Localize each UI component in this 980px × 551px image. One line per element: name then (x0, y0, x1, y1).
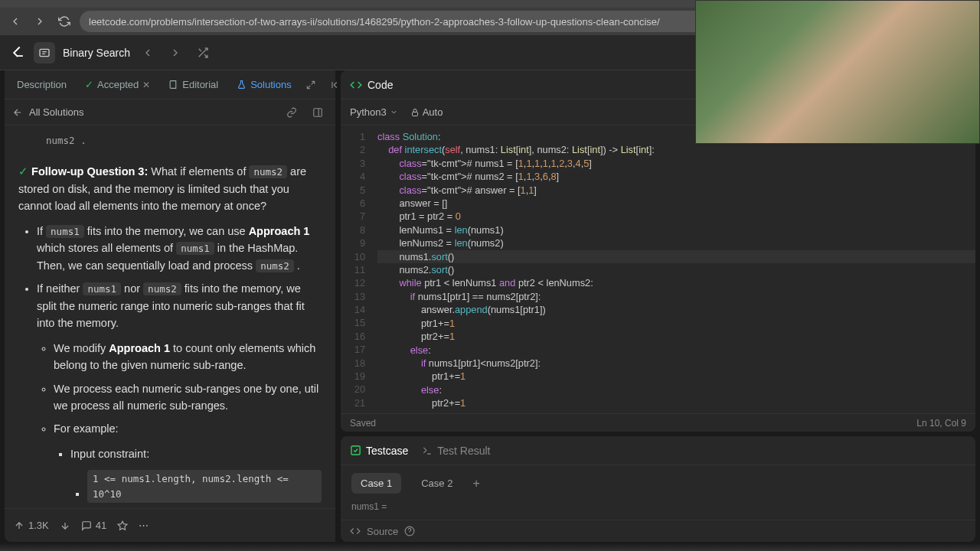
comment-icon (81, 520, 92, 531)
test-result-tab[interactable]: Test Result (422, 445, 490, 457)
prev-problem-icon[interactable] (138, 43, 158, 63)
flask-icon (237, 80, 247, 90)
next-problem-icon[interactable] (165, 43, 185, 63)
terminal-icon (422, 445, 433, 456)
left-tabs: Description ✓ Accepted ✕ Editorial Solut… (5, 70, 335, 99)
code-editor[interactable]: 123456789101112131415161718192021 class … (341, 126, 975, 413)
bullet-1: If nums1 fits into the memory, we can us… (37, 223, 322, 274)
line-gutter: 123456789101112131415161718192021 (341, 126, 373, 413)
more-button[interactable]: ⋯ (139, 520, 149, 531)
tab-solutions[interactable]: Solutions (230, 76, 297, 93)
expand-icon[interactable] (301, 75, 321, 95)
source-icon (350, 526, 361, 536)
downvote-button[interactable] (60, 520, 70, 531)
url-text: leetcode.com/problems/intersection-of-tw… (89, 16, 660, 28)
tab-accepted[interactable]: ✓ Accepted ✕ (79, 76, 156, 93)
layout-icon[interactable] (308, 103, 328, 122)
down-arrow-icon (60, 520, 70, 531)
book-icon (168, 80, 178, 90)
webcam-overlay (695, 0, 980, 144)
check-icon: ✓ (18, 165, 28, 178)
cursor-position: Ln 10, Col 9 (916, 418, 966, 429)
problem-set-name[interactable]: Binary Search (63, 47, 130, 59)
language-select[interactable]: Python3 (350, 106, 398, 118)
forward-nav-icon[interactable] (31, 12, 49, 31)
bullet-2: If neither nums1 nor nums2 fits into the… (37, 280, 322, 508)
up-arrow-icon (14, 520, 24, 531)
leetcode-logo-icon[interactable] (11, 45, 26, 60)
check-icon: ✓ (85, 79, 93, 90)
svg-rect-0 (40, 49, 49, 56)
chevron-down-icon (390, 108, 398, 116)
code-title: Code (368, 79, 393, 91)
case-1-button[interactable]: Case 1 (351, 473, 401, 494)
solutions-subheader: All Solutions (5, 99, 335, 126)
tab-description[interactable]: Description (11, 76, 73, 93)
add-case-button[interactable]: + (472, 477, 479, 491)
testcase-panel: Testcase Test Result Case 1 Case 2 + num… (341, 436, 975, 542)
testcase-tab[interactable]: Testcase (350, 445, 408, 457)
check-box-icon (350, 445, 361, 456)
source-label[interactable]: Source (367, 526, 398, 537)
tab-editorial[interactable]: Editorial (162, 76, 224, 93)
solution-footer: 1.3K 41 ⋯ (5, 508, 335, 542)
saved-status: Saved (350, 418, 376, 429)
star-button[interactable] (117, 520, 128, 531)
all-solutions-label[interactable]: All Solutions (29, 106, 84, 118)
comments-button[interactable]: 41 (81, 520, 106, 531)
solution-content[interactable]: nums2 . ✓ Follow-up Question 3: What if … (5, 126, 335, 508)
help-icon[interactable] (404, 526, 415, 536)
link-icon[interactable] (282, 103, 302, 122)
upvote-button[interactable]: 1.3K (14, 520, 49, 531)
nums1-label: nums1 = (351, 501, 965, 512)
close-icon[interactable]: ✕ (142, 80, 150, 90)
svg-rect-7 (412, 112, 417, 116)
star-icon (117, 520, 128, 531)
shuffle-icon[interactable] (193, 43, 213, 63)
question-3-paragraph: ✓ Follow-up Question 3: What if elements… (18, 163, 322, 214)
back-icon[interactable] (12, 107, 23, 118)
svg-rect-6 (314, 108, 322, 116)
code-body[interactable]: class Solution: def intersect(self, nums… (373, 126, 975, 413)
lock-icon (410, 108, 420, 117)
case-2-button[interactable]: Case 2 (412, 473, 462, 494)
back-nav-icon[interactable] (6, 12, 24, 31)
trail-text: nums2 . (46, 133, 322, 148)
left-panel: Description ✓ Accepted ✕ Editorial Solut… (5, 70, 336, 542)
reload-icon[interactable] (55, 12, 74, 31)
auto-toggle[interactable]: Auto (410, 106, 443, 118)
code-icon (350, 79, 362, 91)
playlist-icon[interactable] (34, 42, 55, 64)
